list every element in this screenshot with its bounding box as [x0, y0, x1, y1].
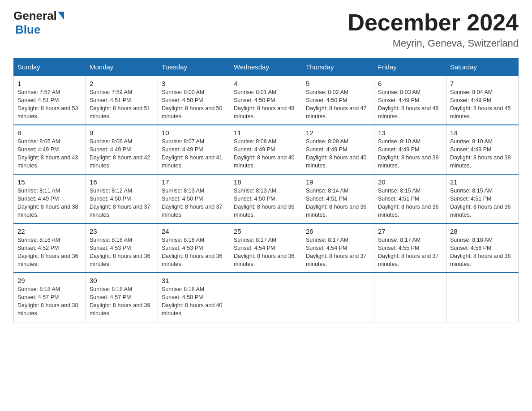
- day-info: Sunrise: 8:05 AMSunset: 4:49 PMDaylight:…: [17, 138, 78, 169]
- table-row: 29Sunrise: 8:18 AMSunset: 4:57 PMDayligh…: [14, 273, 86, 322]
- day-number: 10: [162, 129, 226, 137]
- column-header-friday: Friday: [374, 59, 446, 76]
- day-info: Sunrise: 8:00 AMSunset: 4:50 PMDaylight:…: [162, 89, 223, 120]
- table-row: 3Sunrise: 8:00 AMSunset: 4:50 PMDaylight…: [158, 76, 230, 125]
- table-row: 10Sunrise: 8:07 AMSunset: 4:49 PMDayligh…: [158, 125, 230, 174]
- table-row: 19Sunrise: 8:14 AMSunset: 4:51 PMDayligh…: [302, 174, 374, 223]
- day-number: 26: [306, 227, 370, 235]
- table-row: 20Sunrise: 8:15 AMSunset: 4:51 PMDayligh…: [374, 174, 446, 223]
- page-header: General Blue December 2024 Meyrin, Genev…: [13, 9, 519, 49]
- column-header-saturday: Saturday: [446, 59, 519, 76]
- day-info: Sunrise: 8:01 AMSunset: 4:50 PMDaylight:…: [234, 89, 295, 120]
- table-row: 8Sunrise: 8:05 AMSunset: 4:49 PMDaylight…: [14, 125, 86, 174]
- week-row-4: 22Sunrise: 8:16 AMSunset: 4:52 PMDayligh…: [14, 223, 519, 273]
- table-row: 4Sunrise: 8:01 AMSunset: 4:50 PMDaylight…: [230, 76, 302, 125]
- table-row: 25Sunrise: 8:17 AMSunset: 4:54 PMDayligh…: [230, 223, 302, 273]
- table-row: 30Sunrise: 8:18 AMSunset: 4:57 PMDayligh…: [86, 273, 158, 322]
- day-number: 29: [17, 277, 82, 284]
- day-info: Sunrise: 8:13 AMSunset: 4:50 PMDaylight:…: [234, 188, 295, 218]
- table-row: 18Sunrise: 8:13 AMSunset: 4:50 PMDayligh…: [230, 174, 302, 223]
- day-info: Sunrise: 8:10 AMSunset: 4:49 PMDaylight:…: [378, 138, 439, 169]
- day-info: Sunrise: 8:02 AMSunset: 4:50 PMDaylight:…: [306, 89, 367, 120]
- day-info: Sunrise: 8:15 AMSunset: 4:51 PMDaylight:…: [378, 188, 439, 218]
- day-number: 8: [17, 129, 82, 137]
- day-info: Sunrise: 8:18 AMSunset: 4:58 PMDaylight:…: [162, 286, 223, 317]
- title-block: December 2024 Meyrin, Geneva, Switzerlan…: [348, 9, 519, 49]
- day-info: Sunrise: 7:59 AMSunset: 4:51 PMDaylight:…: [90, 89, 150, 120]
- calendar-subtitle: Meyrin, Geneva, Switzerland: [348, 38, 519, 49]
- table-row: 15Sunrise: 8:11 AMSunset: 4:49 PMDayligh…: [14, 174, 86, 223]
- day-number: 16: [90, 178, 154, 186]
- day-number: 12: [306, 129, 370, 137]
- day-number: 6: [378, 80, 442, 87]
- day-number: 22: [17, 227, 82, 235]
- day-info: Sunrise: 8:12 AMSunset: 4:50 PMDaylight:…: [90, 188, 150, 218]
- logo-general-text: General: [13, 9, 57, 23]
- day-number: 4: [234, 80, 298, 87]
- day-number: 21: [450, 178, 515, 186]
- day-info: Sunrise: 8:15 AMSunset: 4:51 PMDaylight:…: [450, 188, 511, 218]
- day-number: 19: [306, 178, 370, 186]
- table-row: 7Sunrise: 8:04 AMSunset: 4:49 PMDaylight…: [446, 76, 519, 125]
- week-row-5: 29Sunrise: 8:18 AMSunset: 4:57 PMDayligh…: [14, 273, 519, 322]
- day-info: Sunrise: 8:06 AMSunset: 4:49 PMDaylight:…: [90, 138, 150, 169]
- table-row: [230, 273, 302, 322]
- table-row: 11Sunrise: 8:08 AMSunset: 4:49 PMDayligh…: [230, 125, 302, 174]
- day-info: Sunrise: 8:17 AMSunset: 4:54 PMDaylight:…: [306, 237, 367, 267]
- day-info: Sunrise: 8:11 AMSunset: 4:49 PMDaylight:…: [17, 188, 78, 218]
- column-header-wednesday: Wednesday: [230, 59, 302, 76]
- day-number: 25: [234, 227, 298, 235]
- table-row: 12Sunrise: 8:09 AMSunset: 4:49 PMDayligh…: [302, 125, 374, 174]
- day-number: 17: [162, 178, 226, 186]
- table-row: 2Sunrise: 7:59 AMSunset: 4:51 PMDaylight…: [86, 76, 158, 125]
- day-info: Sunrise: 8:16 AMSunset: 4:52 PMDaylight:…: [17, 237, 78, 267]
- table-row: 6Sunrise: 8:03 AMSunset: 4:49 PMDaylight…: [374, 76, 446, 125]
- logo-arrow-icon: [58, 12, 64, 20]
- table-row: 22Sunrise: 8:16 AMSunset: 4:52 PMDayligh…: [14, 223, 86, 273]
- table-row: 23Sunrise: 8:16 AMSunset: 4:53 PMDayligh…: [86, 223, 158, 273]
- day-number: 11: [234, 129, 298, 137]
- table-row: 16Sunrise: 8:12 AMSunset: 4:50 PMDayligh…: [86, 174, 158, 223]
- day-info: Sunrise: 8:08 AMSunset: 4:49 PMDaylight:…: [234, 138, 295, 169]
- day-number: 7: [450, 80, 515, 87]
- day-number: 30: [90, 277, 154, 284]
- day-info: Sunrise: 8:17 AMSunset: 4:55 PMDaylight:…: [378, 237, 439, 267]
- table-row: 28Sunrise: 8:18 AMSunset: 4:56 PMDayligh…: [446, 223, 519, 273]
- day-info: Sunrise: 8:17 AMSunset: 4:54 PMDaylight:…: [234, 237, 295, 267]
- day-number: 27: [378, 227, 442, 235]
- table-row: 17Sunrise: 8:13 AMSunset: 4:50 PMDayligh…: [158, 174, 230, 223]
- table-row: 26Sunrise: 8:17 AMSunset: 4:54 PMDayligh…: [302, 223, 374, 273]
- day-number: 23: [90, 227, 154, 235]
- logo-blue-text: Blue: [15, 23, 40, 36]
- table-row: 27Sunrise: 8:17 AMSunset: 4:55 PMDayligh…: [374, 223, 446, 273]
- calendar-table: SundayMondayTuesdayWednesdayThursdayFrid…: [13, 58, 519, 322]
- day-number: 20: [378, 178, 442, 186]
- table-row: 13Sunrise: 8:10 AMSunset: 4:49 PMDayligh…: [374, 125, 446, 174]
- table-row: [446, 273, 519, 322]
- day-number: 14: [450, 129, 515, 137]
- table-row: 24Sunrise: 8:16 AMSunset: 4:53 PMDayligh…: [158, 223, 230, 273]
- day-number: 28: [450, 227, 515, 235]
- column-header-monday: Monday: [86, 59, 158, 76]
- week-row-1: 1Sunrise: 7:57 AMSunset: 4:51 PMDaylight…: [14, 76, 519, 125]
- day-info: Sunrise: 8:07 AMSunset: 4:49 PMDaylight:…: [162, 138, 223, 169]
- table-row: [302, 273, 374, 322]
- logo: General Blue: [13, 9, 64, 37]
- calendar-header-row: SundayMondayTuesdayWednesdayThursdayFrid…: [14, 59, 519, 76]
- day-info: Sunrise: 8:18 AMSunset: 4:56 PMDaylight:…: [450, 237, 511, 267]
- day-info: Sunrise: 8:09 AMSunset: 4:49 PMDaylight:…: [306, 138, 367, 169]
- day-number: 2: [90, 80, 154, 87]
- column-header-sunday: Sunday: [14, 59, 86, 76]
- day-info: Sunrise: 8:16 AMSunset: 4:53 PMDaylight:…: [162, 237, 223, 267]
- table-row: 9Sunrise: 8:06 AMSunset: 4:49 PMDaylight…: [86, 125, 158, 174]
- day-info: Sunrise: 8:18 AMSunset: 4:57 PMDaylight:…: [90, 286, 150, 317]
- table-row: 31Sunrise: 8:18 AMSunset: 4:58 PMDayligh…: [158, 273, 230, 322]
- table-row: 21Sunrise: 8:15 AMSunset: 4:51 PMDayligh…: [446, 174, 519, 223]
- day-info: Sunrise: 8:03 AMSunset: 4:49 PMDaylight:…: [378, 89, 439, 120]
- day-info: Sunrise: 8:14 AMSunset: 4:51 PMDaylight:…: [306, 188, 367, 218]
- table-row: 14Sunrise: 8:10 AMSunset: 4:49 PMDayligh…: [446, 125, 519, 174]
- day-info: Sunrise: 8:13 AMSunset: 4:50 PMDaylight:…: [162, 188, 223, 218]
- day-info: Sunrise: 8:10 AMSunset: 4:49 PMDaylight:…: [450, 138, 511, 169]
- day-info: Sunrise: 7:57 AMSunset: 4:51 PMDaylight:…: [17, 89, 78, 120]
- day-number: 13: [378, 129, 442, 137]
